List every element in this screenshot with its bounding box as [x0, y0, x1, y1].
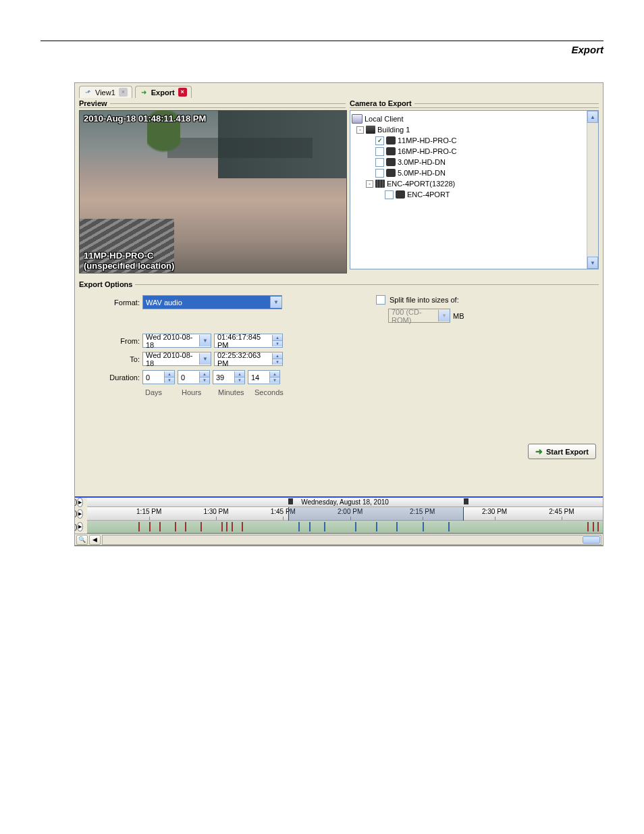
spin-down-icon[interactable]: ▼	[273, 341, 282, 346]
tab-view1[interactable]: ⬏ View1 ×	[79, 86, 132, 98]
days-spinner[interactable]: 0▲▼	[142, 370, 175, 384]
tick-label: 1:30 PM	[203, 508, 228, 515]
range-start-handle[interactable]	[288, 498, 293, 504]
spin-up-icon[interactable]: ▲	[273, 353, 282, 359]
collapse-icon[interactable]: -	[366, 180, 373, 188]
format-label: Format:	[79, 298, 140, 307]
scrollbar-thumb[interactable]	[583, 536, 600, 544]
timeline-scrollbar[interactable]	[102, 535, 601, 545]
duration-label: Duration:	[79, 373, 140, 382]
tree-camera-item[interactable]: 3.0MP-HD-DN	[352, 157, 597, 167]
camera-icon	[386, 147, 396, 155]
view-icon: ⬏	[84, 88, 92, 97]
collapse-icon[interactable]: -	[356, 126, 364, 134]
close-icon: ×	[119, 88, 128, 97]
spin-up-icon[interactable]: ▲	[273, 335, 282, 341]
chevron-down-icon: ▼	[438, 310, 450, 321]
tab-label: Export	[151, 88, 175, 97]
osd-timestamp: 2010-Aug-18 01:48:11.418 PM	[84, 113, 206, 124]
hours-unit: Hours	[182, 388, 215, 396]
tree-camera-item[interactable]: 16MP-HD-PRO-C	[352, 146, 597, 157]
split-label: Split file into sizes of:	[390, 296, 459, 304]
timeline-track[interactable]: )▶	[87, 521, 603, 533]
close-icon[interactable]: ×	[178, 88, 187, 97]
seconds-spinner[interactable]: 14▲▼	[248, 370, 280, 384]
chevron-down-icon[interactable]: ▼	[270, 296, 281, 308]
camera-icon	[386, 169, 396, 177]
seconds-unit: Seconds	[254, 388, 288, 396]
hours-spinner[interactable]: 0▲▼	[178, 370, 210, 384]
timeline[interactable]: Wednesday, August 18, 2010 )▶ )▶ 1:15 PM…	[75, 496, 603, 546]
tab-label: View1	[95, 88, 115, 97]
from-date-picker[interactable]: Wed 2010-08-18▼	[142, 334, 211, 348]
encoder-icon	[375, 180, 385, 188]
tick-label: 2:45 PM	[549, 508, 574, 515]
to-label: To:	[79, 355, 140, 363]
play-icon[interactable]: ▶	[77, 509, 83, 519]
timeline-ruler[interactable]: )▶ 1:15 PM 1:30 PM 1:45 PM 2:00 PM 2:15 …	[87, 507, 603, 521]
osd-location: (unspecified location)	[84, 261, 174, 271]
osd-camera: 11MP-HD-PRO-C	[84, 251, 153, 261]
tick-label: 2:30 PM	[482, 508, 507, 515]
to-date-picker[interactable]: Wed 2010-08-18▼	[142, 352, 211, 366]
zoom-in-button[interactable]: 🔍	[76, 535, 88, 545]
export-icon: ➜	[140, 88, 148, 97]
split-size-select: 700 (CD-ROM)▼	[388, 309, 450, 323]
play-icon[interactable]: ▶	[77, 498, 83, 507]
scroll-left-button[interactable]: ◀	[89, 535, 101, 545]
tree-encoder-item[interactable]: ENC-4PORT	[352, 189, 597, 200]
minutes-spinner[interactable]: 39▲▼	[213, 370, 245, 384]
format-select[interactable]: WAV audio▼	[142, 295, 282, 309]
tree-local-client[interactable]: Local Client	[352, 113, 597, 124]
tree-camera-item[interactable]: ✓11MP-HD-PRO-C	[352, 135, 597, 146]
client-icon	[352, 114, 363, 124]
checkbox[interactable]	[375, 147, 384, 156]
timeline-date: Wednesday, August 18, 2010 )▶	[87, 498, 603, 507]
checkbox[interactable]	[375, 158, 384, 167]
tree-server[interactable]: -Building 1	[352, 124, 597, 135]
arrow-right-icon: ➜	[535, 446, 543, 457]
tree-encoder-group[interactable]: -ENC-4PORT(13228)	[352, 178, 597, 189]
days-unit: Days	[145, 388, 179, 396]
split-unit: MB	[453, 312, 464, 320]
scroll-up-icon[interactable]: ▲	[587, 111, 598, 123]
spin-down-icon[interactable]: ▼	[273, 359, 282, 365]
scroll-down-icon[interactable]: ▼	[587, 257, 598, 269]
tick-label: 1:15 PM	[136, 508, 161, 515]
from-time-spinner[interactable]: 01:46:17:845 PM▲▼	[214, 334, 283, 348]
range-end-handle[interactable]	[464, 498, 468, 504]
video-preview[interactable]: 2010-Aug-18 01:48:11.418 PM 11MP-HD-PRO-…	[79, 110, 347, 273]
scrollbar-vertical[interactable]: ▲ ▼	[587, 111, 598, 269]
camera-tree[interactable]: ▲ ▼ Local Client -Building 1 ✓11MP-HD-PR…	[350, 110, 599, 269]
server-icon	[366, 126, 375, 134]
start-export-button[interactable]: ➜ Start Export	[528, 444, 596, 459]
split-checkbox[interactable]	[376, 295, 385, 305]
tree-camera-item[interactable]: 5.0MP-HD-DN	[352, 167, 597, 178]
camera-icon	[396, 190, 405, 199]
export-options-title: Export Options	[79, 280, 132, 288]
checkbox[interactable]	[375, 169, 384, 178]
from-label: From:	[79, 337, 140, 345]
play-icon[interactable]: ▶	[77, 522, 83, 531]
export-window: ⬏ View1 × ➜ Export × Preview 2010-Aug-18…	[74, 82, 603, 546]
checkbox[interactable]: ✓	[375, 136, 384, 145]
page-header: Export	[0, 41, 644, 62]
minutes-unit: Minutes	[218, 388, 252, 396]
camera-icon	[386, 136, 396, 145]
tab-export[interactable]: ➜ Export ×	[135, 86, 192, 98]
preview-title: Preview	[79, 99, 107, 107]
checkbox[interactable]	[385, 190, 394, 199]
chevron-down-icon[interactable]: ▼	[199, 353, 211, 365]
to-time-spinner[interactable]: 02:25:32:063 PM▲▼	[214, 352, 283, 366]
camera-panel-title: Camera to Export	[350, 99, 412, 107]
camera-icon	[386, 158, 396, 166]
chevron-down-icon[interactable]: ▼	[199, 335, 211, 346]
